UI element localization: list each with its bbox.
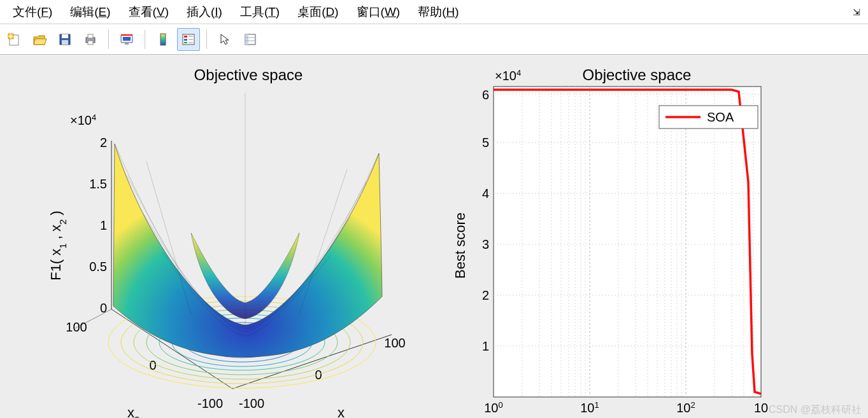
svg-rect-7 bbox=[62, 40, 68, 45]
toolbar bbox=[0, 24, 868, 55]
x-axis-label: x bbox=[338, 405, 345, 418]
svg-rect-10 bbox=[88, 41, 93, 45]
svg-text:6: 6 bbox=[482, 88, 489, 102]
legend-icon[interactable] bbox=[177, 28, 200, 51]
new-figure-icon[interactable] bbox=[3, 28, 25, 51]
surface-mesh bbox=[113, 93, 382, 357]
svg-text:-100: -100 bbox=[239, 396, 264, 410]
y-multiplier: ×104 bbox=[495, 68, 521, 83]
y-ticks: 1 2 3 4 5 6 bbox=[482, 88, 489, 353]
plot-title: Objective space bbox=[194, 66, 303, 83]
z-axis-label: F1( x1 , x2 ) bbox=[48, 211, 68, 281]
svg-text:1.5: 1.5 bbox=[89, 177, 107, 191]
menu-desktop[interactable]: 桌面(D) bbox=[288, 1, 347, 23]
svg-text:3: 3 bbox=[482, 237, 489, 251]
svg-text:100: 100 bbox=[384, 336, 405, 350]
menu-window[interactable]: 窗口(W) bbox=[348, 1, 409, 23]
svg-rect-13 bbox=[125, 43, 129, 45]
svg-text:10: 10 bbox=[754, 401, 768, 415]
menu-insert[interactable]: 插入(I) bbox=[178, 1, 231, 23]
svg-text:100: 100 bbox=[66, 320, 87, 334]
menu-bar: 文件(F) 编辑(E) 查看(V) 插入(I) 工具(T) 桌面(D) 窗口(W… bbox=[0, 0, 868, 24]
svg-text:2: 2 bbox=[100, 136, 107, 150]
pointer-icon[interactable] bbox=[213, 28, 236, 51]
svg-text:0: 0 bbox=[100, 301, 107, 315]
open-icon[interactable] bbox=[28, 28, 51, 51]
svg-text:-100: -100 bbox=[197, 396, 223, 410]
surface-plot: Objective space ×104 0 0.5 1 1.5 2 100 bbox=[0, 55, 420, 418]
svg-rect-14 bbox=[160, 34, 166, 45]
svg-text:101: 101 bbox=[580, 400, 599, 415]
property-editor-icon[interactable] bbox=[239, 28, 262, 51]
menu-view[interactable]: 查看(V) bbox=[120, 1, 178, 23]
svg-rect-12 bbox=[123, 37, 131, 41]
convergence-plot: Objective space ×104 bbox=[446, 55, 866, 418]
menu-edit[interactable]: 编辑(E) bbox=[61, 1, 119, 23]
colorbar-icon[interactable] bbox=[152, 28, 174, 51]
svg-rect-17 bbox=[184, 39, 187, 41]
plot-title-2: Objective space bbox=[583, 66, 692, 83]
svg-text:2: 2 bbox=[482, 288, 489, 302]
menu-help[interactable]: 帮助(H) bbox=[409, 1, 467, 23]
menu-tools[interactable]: 工具(T) bbox=[231, 1, 288, 23]
axes-box bbox=[494, 87, 761, 397]
x-ticks: 100 101 102 10 bbox=[484, 400, 768, 415]
svg-text:5: 5 bbox=[482, 136, 489, 150]
svg-rect-16 bbox=[184, 36, 187, 38]
menu-file[interactable]: 文件(F) bbox=[4, 1, 61, 23]
legend[interactable]: SOA bbox=[659, 106, 758, 129]
svg-text:0.5: 0.5 bbox=[89, 260, 107, 274]
display-icon[interactable] bbox=[115, 28, 138, 51]
svg-rect-9 bbox=[88, 34, 93, 38]
legend-label: SOA bbox=[707, 110, 734, 124]
y-axis-label: x2 bbox=[127, 405, 139, 418]
svg-rect-18 bbox=[184, 42, 187, 43]
toolbar-divider bbox=[206, 30, 207, 49]
svg-rect-6 bbox=[62, 34, 68, 38]
dock-window-icon[interactable]: ⇲ bbox=[853, 7, 864, 17]
figure-canvas: Objective space ×104 0 0.5 1 1.5 2 100 bbox=[0, 55, 868, 418]
svg-text:1: 1 bbox=[100, 218, 107, 232]
toolbar-divider bbox=[145, 30, 145, 49]
z-multiplier: ×104 bbox=[70, 113, 96, 128]
svg-text:1: 1 bbox=[482, 339, 489, 353]
toolbar-divider bbox=[108, 30, 109, 49]
y-axis-label-2: Best score bbox=[452, 212, 468, 279]
svg-rect-23 bbox=[245, 34, 248, 45]
print-icon[interactable] bbox=[79, 28, 102, 51]
svg-text:102: 102 bbox=[676, 400, 695, 415]
watermark: CSDN @荔枝科研社 bbox=[769, 403, 862, 417]
svg-text:100: 100 bbox=[484, 400, 502, 415]
svg-text:4: 4 bbox=[482, 186, 489, 200]
save-icon[interactable] bbox=[53, 28, 76, 51]
